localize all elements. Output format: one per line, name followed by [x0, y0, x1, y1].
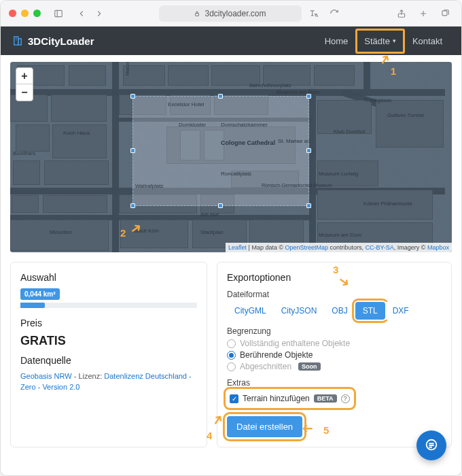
- area-progress: [20, 303, 197, 308]
- selection-handle-se[interactable]: [306, 203, 311, 208]
- chat-icon: [424, 438, 439, 453]
- soon-badge: Soon: [298, 362, 321, 371]
- selection-handle-nw[interactable]: [130, 94, 135, 99]
- leaflet-link[interactable]: Leaflet: [228, 244, 247, 251]
- selection-card: Auswahl 0,044 km² Preis GRATIS Datenquel…: [10, 262, 207, 447]
- area-badge: 0,044 km²: [20, 288, 60, 300]
- selection-handle-s[interactable]: [218, 203, 223, 208]
- map-label: Minoriten: [50, 229, 72, 235]
- chat-button[interactable]: [416, 430, 446, 460]
- map-label: Buddha's: [13, 150, 35, 156]
- svg-rect-6: [442, 10, 447, 15]
- map-label: Stadtplan: [200, 229, 224, 235]
- map-label: Roncalliplatz: [221, 171, 251, 177]
- brand[interactable]: 3DCityLoader: [12, 35, 94, 47]
- map-label: Koch Haus: [63, 130, 90, 136]
- bound-full-radio[interactable]: Vollständig enthaltene Objekte: [227, 339, 442, 348]
- close-window-icon[interactable]: [9, 10, 16, 17]
- annotation-3: 3: [333, 264, 338, 275]
- format-tabs: CityGML CityJSON OBJ STL DXF: [227, 302, 442, 320]
- export-card: Exportoptionen Dateiformat CityGML CityJ…: [217, 262, 452, 447]
- map-label: Wallrafplatz: [135, 183, 164, 189]
- minimize-window-icon[interactable]: [21, 10, 29, 17]
- zoom-control: + −: [16, 67, 33, 101]
- source-title: Datenquelle: [20, 355, 197, 366]
- annotation-4: 4: [207, 430, 212, 441]
- mapbox-link[interactable]: Mapbox: [427, 244, 449, 251]
- bound-touch-radio[interactable]: Berührende Objekte: [227, 350, 442, 360]
- zoom-in-button[interactable]: +: [16, 68, 33, 84]
- map-label: Römisch-Germanisches Museum: [262, 183, 332, 188]
- url-bar[interactable]: 3dcityloader.com: [159, 5, 302, 22]
- annotation-2: 2: [120, 227, 126, 239]
- tabs-overview-icon[interactable]: [437, 5, 453, 22]
- format-cityjson[interactable]: CityJSON: [274, 302, 325, 320]
- url-host: 3dcityloader.com: [205, 9, 266, 18]
- bound-cut-radio: Abgeschnitten Soon: [227, 362, 442, 371]
- selection-handle-n[interactable]: [218, 94, 223, 99]
- annotation-arrow-icon: ➜: [302, 421, 313, 437]
- refresh-button[interactable]: [326, 5, 342, 22]
- zoom-out-button[interactable]: −: [16, 84, 33, 101]
- map-label: Gulliver-Tunnel: [387, 112, 424, 118]
- terrain-label: Terrain hinzufügen: [243, 394, 310, 403]
- map-label: Trankgasse: [363, 97, 392, 103]
- map-label: Bahnhofsvorplatz: [249, 82, 291, 88]
- selection-handle-e[interactable]: [306, 148, 311, 153]
- window-controls: [9, 10, 41, 17]
- browser-chrome: 3dcityloader.com: [1, 1, 461, 27]
- format-stl[interactable]: STL: [355, 302, 385, 320]
- map-label: Cologne Cathedral: [221, 139, 275, 146]
- nav-home[interactable]: Home: [317, 29, 357, 53]
- forward-button[interactable]: [91, 5, 107, 22]
- source-text: Geobasis NRW - Lizenz: Datenlizenz Deuts…: [20, 371, 197, 393]
- lock-icon: [194, 10, 200, 17]
- fullscreen-window-icon[interactable]: [33, 10, 41, 17]
- source-link[interactable]: Geobasis NRW: [20, 372, 72, 380]
- format-citygml[interactable]: CityGML: [227, 302, 274, 320]
- selection-rectangle[interactable]: [132, 96, 309, 206]
- format-title: Dateiformat: [227, 290, 442, 299]
- svg-rect-8: [18, 39, 22, 45]
- beta-badge: BETA: [314, 394, 337, 403]
- format-dxf[interactable]: DXF: [385, 302, 416, 320]
- reader-translate-icon[interactable]: [306, 5, 322, 22]
- brand-text: 3DCityLoader: [28, 35, 94, 47]
- svg-rect-2: [196, 13, 199, 16]
- help-icon[interactable]: ?: [341, 394, 350, 403]
- create-file-button[interactable]: Datei erstellen: [227, 416, 302, 437]
- share-icon[interactable]: [393, 5, 410, 22]
- format-obj[interactable]: OBJ: [324, 302, 355, 320]
- annotation-5: 5: [323, 424, 329, 436]
- osm-link[interactable]: OpenStreetMap: [285, 244, 329, 251]
- bound-title: Begrenzung: [227, 326, 442, 336]
- annotation-1: 1: [391, 65, 396, 77]
- map-label: Museum Ludwig: [319, 171, 358, 177]
- extras-title: Extras: [227, 378, 442, 388]
- map-label: Kölner Philharmonie: [363, 201, 412, 207]
- map-label: Domkloster: [179, 122, 206, 128]
- map[interactable]: Cologne Cathedral Domschatzkammer Domklo…: [10, 62, 452, 252]
- nav-contact[interactable]: Kontakt: [404, 29, 450, 53]
- map-label: Museum am Dom: [277, 89, 319, 95]
- bound-full-label: Vollständig enthaltene Objekte: [240, 339, 350, 348]
- building-icon: [12, 35, 24, 47]
- map-label: St. Mariae ad: [278, 138, 310, 144]
- map-attribution: Leaflet | Map data © OpenStreetMap contr…: [226, 243, 452, 252]
- new-tab-icon[interactable]: [415, 5, 431, 22]
- terrain-checkbox[interactable]: ✓ Terrain hinzufügen BETA ?: [230, 394, 350, 403]
- selection-handle-w[interactable]: [130, 148, 135, 153]
- sidebar-toggle-icon[interactable]: [50, 5, 67, 22]
- checkbox-icon: ✓: [230, 394, 238, 403]
- chevron-down-icon: ▾: [393, 37, 396, 44]
- main-nav: Home Städte ▾ Kontakt: [317, 29, 450, 53]
- price-value: GRATIS: [20, 334, 197, 348]
- selection-handle-sw[interactable]: [130, 203, 135, 208]
- ccbysa-link[interactable]: CC-BY-SA: [366, 244, 394, 251]
- nav-cities-dropdown[interactable]: Städte ▾: [356, 29, 404, 53]
- back-button[interactable]: [73, 5, 90, 22]
- map-label: Klub Domhof: [334, 129, 365, 135]
- price-title: Preis: [20, 318, 197, 328]
- svg-rect-0: [55, 10, 63, 16]
- selection-title: Auswahl: [20, 272, 197, 283]
